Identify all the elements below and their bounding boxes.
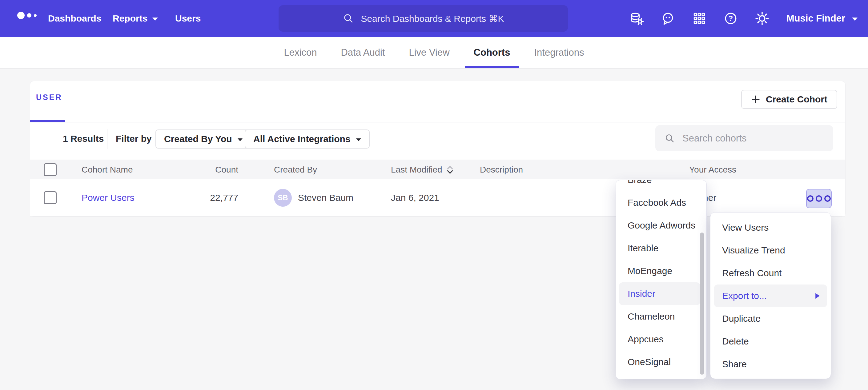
dot-icon [824, 195, 831, 202]
dot-icon [807, 195, 813, 202]
tab-lexicon[interactable]: Lexicon [284, 37, 317, 68]
feedback-icon[interactable] [661, 11, 675, 26]
create-cohort-button[interactable]: Create Cohort [741, 90, 837, 109]
dot-icon [816, 195, 822, 202]
row-checkbox[interactable] [44, 191, 57, 204]
submenu-item-moengage[interactable]: MoEngage [616, 260, 706, 282]
menu-item-view-users[interactable]: View Users [710, 216, 831, 239]
cohorts-panel: USER Create Cohort 1 Results Filter by C… [30, 81, 845, 217]
nav-right-group: ? Music Finder [629, 0, 858, 37]
submenu-item-appcues[interactable]: Appcues [616, 328, 706, 351]
scrollbar-thumb[interactable] [700, 232, 704, 375]
column-last-modified[interactable]: Last Modified [391, 160, 454, 179]
menu-item-export-to[interactable]: Export to... [714, 285, 827, 307]
menu-item-label: Export to... [722, 291, 767, 301]
submenu-item-chameleon[interactable]: Chameleon [616, 305, 706, 328]
filter-label: All Active Integrations [253, 134, 350, 144]
menu-item-refresh-count[interactable]: Refresh Count [710, 262, 831, 285]
tab-data-audit[interactable]: Data Audit [341, 37, 385, 68]
nav-link-label: Users [175, 13, 201, 24]
tab-label: Live View [409, 47, 450, 58]
avatar: SB [274, 189, 292, 207]
submenu-item-insider[interactable]: Insider [619, 282, 700, 305]
column-created-by: Created By [274, 160, 317, 179]
sort-descending-icon[interactable] [446, 165, 454, 174]
filter-created-by-dropdown[interactable]: Created By You [155, 129, 251, 149]
submenu-item-iterable[interactable]: Iterable [616, 237, 706, 260]
filter-integrations-dropdown[interactable]: All Active Integrations [245, 129, 370, 149]
nav-link-label: Reports [113, 13, 148, 24]
table-row: Power Users 22,777 SB Steven Baum Jan 6,… [30, 179, 845, 217]
section-tabs: Lexicon Data Audit Live View Cohorts Int… [0, 37, 868, 69]
column-count: Count [167, 160, 238, 179]
table-header: Cohort Name Count Created By Last Modifi… [30, 160, 845, 180]
chevron-down-icon [152, 18, 158, 21]
help-icon[interactable]: ? [724, 11, 738, 26]
chevron-down-icon [356, 138, 361, 141]
cohort-context-menu: View Users Visualize Trend Refresh Count… [710, 212, 831, 379]
tab-live-view[interactable]: Live View [409, 37, 450, 68]
menu-item-visualize-trend[interactable]: Visualize Trend [710, 239, 831, 262]
nav-link-reports[interactable]: Reports [113, 0, 158, 37]
settings-gear-icon[interactable] [755, 11, 769, 26]
mixpanel-logo-icon[interactable] [17, 12, 37, 19]
tab-label: Cohorts [474, 47, 510, 58]
submenu-item-facebook-ads[interactable]: Facebook Ads [616, 191, 706, 214]
svg-text:?: ? [728, 14, 733, 23]
apps-grid-icon[interactable] [692, 11, 706, 26]
tab-label: Data Audit [341, 47, 385, 58]
cohort-count: 22,777 [167, 179, 238, 216]
results-count: 1 Results [63, 133, 104, 144]
column-cohort-name: Cohort Name [82, 160, 133, 179]
tab-cohorts[interactable]: Cohorts [474, 37, 510, 68]
global-search-placeholder: Search Dashboards & Reports ⌘K [361, 13, 504, 24]
submenu-arrow-icon [815, 293, 820, 299]
column-description: Description [480, 160, 523, 179]
plus-icon [751, 95, 760, 104]
divider [107, 129, 107, 149]
project-switcher[interactable]: Music Finder [786, 13, 858, 24]
tab-user-cohorts[interactable]: USER [36, 93, 62, 102]
top-nav: Dashboards Reports Users Search Dashboar… [0, 0, 868, 37]
filter-label: Created By You [164, 134, 232, 144]
submenu-item-braze[interactable]: Braze [616, 180, 706, 191]
export-destinations-submenu: Braze Facebook Ads Google Adwords Iterab… [616, 180, 707, 379]
tab-label: Integrations [534, 47, 584, 58]
menu-item-share[interactable]: Share [710, 353, 831, 376]
column-your-access: Your Access [689, 160, 736, 179]
search-cohorts-input[interactable]: Search cohorts [655, 125, 833, 151]
select-all-checkbox[interactable] [44, 163, 57, 176]
row-actions-button[interactable] [806, 189, 832, 208]
menu-item-duplicate[interactable]: Duplicate [710, 307, 831, 330]
menu-item-delete[interactable]: Delete [710, 330, 831, 353]
last-modified-cell: Jan 6, 2021 [391, 179, 439, 216]
create-cohort-label: Create Cohort [766, 94, 827, 105]
nav-link-dashboards[interactable]: Dashboards [48, 0, 101, 37]
data-settings-icon[interactable] [629, 11, 644, 26]
created-by-name: Steven Baum [298, 193, 353, 203]
search-icon [664, 133, 676, 144]
search-icon [342, 12, 354, 25]
tab-label: Lexicon [284, 47, 317, 58]
global-search-input[interactable]: Search Dashboards & Reports ⌘K [279, 5, 568, 32]
nav-link-label: Dashboards [48, 13, 101, 24]
submenu-item-onesignal[interactable]: OneSignal [616, 351, 706, 373]
search-cohorts-placeholder: Search cohorts [682, 133, 747, 144]
created-by-cell: SB Steven Baum [274, 179, 353, 216]
nav-link-users[interactable]: Users [175, 0, 201, 37]
project-name: Music Finder [786, 13, 845, 24]
submenu-item-google-adwords[interactable]: Google Adwords [616, 214, 706, 237]
chevron-down-icon [852, 18, 858, 21]
chevron-down-icon [238, 138, 243, 141]
tab-integrations[interactable]: Integrations [534, 37, 584, 68]
cohort-name-link[interactable]: Power Users [82, 193, 134, 203]
filter-by-label: Filter by [116, 133, 152, 144]
column-label: Last Modified [391, 165, 442, 175]
